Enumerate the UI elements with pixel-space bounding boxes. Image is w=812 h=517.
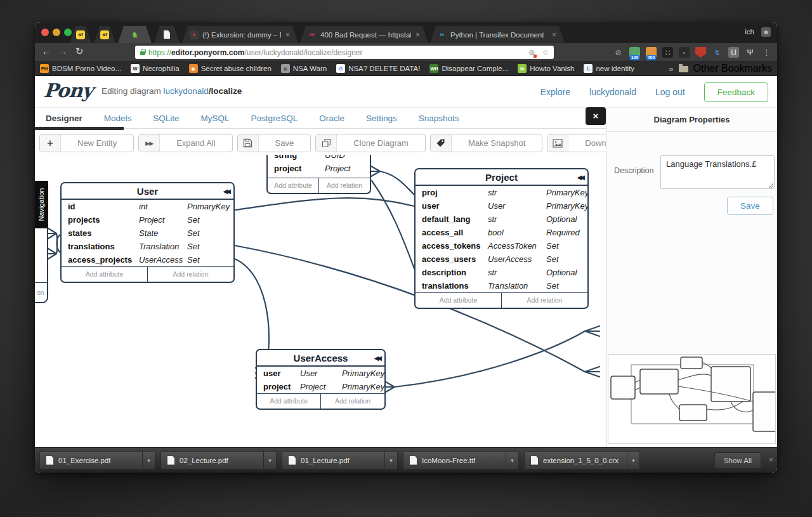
add-relation-button[interactable]: Add relation bbox=[321, 394, 384, 409]
show-all-downloads-button[interactable]: Show All bbox=[714, 452, 761, 469]
tab-snapshots[interactable]: Snapshots bbox=[408, 114, 470, 123]
description-input[interactable] bbox=[660, 155, 775, 189]
tab-postgresql[interactable]: PostgreSQL bbox=[240, 114, 309, 123]
entity-UserAccess[interactable]: UserAccess◀◀userUserPrimaryKeyprojectPro… bbox=[256, 349, 386, 410]
minimize-window-button[interactable] bbox=[53, 29, 60, 36]
back-icon[interactable]: ← bbox=[40, 46, 53, 56]
entity-attribute-row[interactable]: default_langstrOptional bbox=[416, 213, 587, 226]
tab-sqlite[interactable]: SQLite bbox=[142, 114, 190, 123]
download-as-image-button[interactable]: Download as Image bbox=[547, 134, 606, 152]
make-snapshot-button[interactable]: Make Snapshot bbox=[430, 134, 542, 152]
logout-link[interactable]: Log out bbox=[655, 87, 685, 97]
tab-designer[interactable]: Designer bbox=[35, 114, 93, 123]
pinned-tab[interactable]: af bbox=[94, 26, 115, 43]
explore-link[interactable]: Explore bbox=[540, 87, 570, 97]
bookmark-item[interactable]: WHDisappear Comple... bbox=[429, 64, 508, 73]
collapse-icon[interactable]: ◀◀ bbox=[374, 350, 380, 367]
bookmark-item[interactable]: WNecrophilia bbox=[131, 64, 180, 73]
add-attribute-button[interactable]: Add attribute bbox=[62, 267, 148, 282]
browser-tab[interactable]: ●(!) Exkursion: dummy – Detail× bbox=[182, 26, 298, 43]
ublock-shield-icon[interactable] bbox=[695, 47, 706, 58]
diagram-canvas[interactable]: Navigation on stringUUIDprojectProjectAd… bbox=[35, 131, 606, 447]
reload-icon[interactable]: ↻ bbox=[73, 46, 86, 57]
browser-menu-icon[interactable]: ⋮ bbox=[761, 47, 772, 58]
clone-diagram-button[interactable]: Clone Diagram bbox=[315, 134, 426, 152]
owner-link[interactable]: luckydonald bbox=[164, 86, 209, 96]
add-relation-button[interactable]: Add relation bbox=[148, 267, 233, 282]
download-item[interactable]: IcoMoon-Free.ttf▾ bbox=[403, 451, 519, 469]
download-item[interactable]: extension_1_5_0_0.crx▾ bbox=[524, 451, 640, 469]
entity-User[interactable]: User◀◀idintPrimaryKeyprojectsProjectSets… bbox=[60, 182, 235, 283]
address-bar[interactable]: https://editor.ponyorm.com/user/luckydon… bbox=[135, 46, 554, 59]
pinned-tab[interactable]: af bbox=[70, 26, 91, 43]
tab-close-icon[interactable]: × bbox=[285, 30, 291, 39]
bookmark-item[interactable]: PHBDSM Porno Video... bbox=[40, 64, 121, 73]
pony-logo[interactable]: Pony bbox=[43, 79, 93, 101]
minimap[interactable] bbox=[608, 354, 776, 444]
download-dropdown-icon[interactable]: ▾ bbox=[142, 452, 155, 469]
download-dropdown-icon[interactable]: ▾ bbox=[384, 452, 397, 469]
add-attribute-button[interactable]: Add attribute bbox=[268, 178, 319, 193]
tab-models[interactable]: Models bbox=[93, 114, 143, 123]
expand-all-button[interactable]: ▶▶Expand All bbox=[138, 134, 232, 152]
browser-tab[interactable]: ht400 Bad Request — httpstatu× bbox=[300, 26, 428, 43]
feedback-button[interactable]: Feedback bbox=[704, 82, 768, 102]
entity-header[interactable]: UserAccess◀◀ bbox=[257, 350, 384, 367]
entity-header[interactable]: Project◀◀ bbox=[416, 169, 587, 186]
panel-save-button[interactable]: Save bbox=[727, 197, 773, 215]
add-attribute-button[interactable]: Add attribute bbox=[416, 293, 502, 308]
bookmark-item[interactable]: ℒnew identity bbox=[584, 64, 634, 73]
save-button[interactable]: Save bbox=[237, 134, 311, 152]
close-panel-button[interactable]: × bbox=[586, 107, 606, 125]
entity-attribute-row[interactable]: access_usersUserAccessSet bbox=[416, 252, 587, 266]
tab-oracle[interactable]: Oracle bbox=[308, 114, 355, 123]
profile-icon[interactable]: ☻ bbox=[761, 27, 771, 37]
bookmark-item[interactable]: ◉NSA Warn bbox=[281, 64, 327, 73]
entity-header[interactable]: User◀◀ bbox=[62, 183, 233, 200]
entity-left-partial[interactable]: on bbox=[35, 223, 48, 303]
wappalyzer-icon[interactable]: Ψ bbox=[745, 47, 756, 58]
dark-extension-icon-2[interactable]: ▫ bbox=[679, 47, 690, 58]
collapse-icon[interactable]: ◀◀ bbox=[577, 169, 583, 186]
entity-attribute-row[interactable]: translationsTranslationSet bbox=[62, 240, 233, 253]
speed-counter-icon[interactable]: 400 bbox=[646, 47, 657, 58]
download-item[interactable]: 02_Lecture.pdf▾ bbox=[160, 451, 277, 469]
pinned-tab[interactable]: ♞ bbox=[118, 26, 152, 43]
add-relation-button[interactable]: Add relation bbox=[319, 178, 370, 193]
translate-icon[interactable]: ⊕ bbox=[528, 48, 535, 57]
forward-icon[interactable]: → bbox=[56, 46, 69, 56]
collapse-icon[interactable]: ◀◀ bbox=[223, 183, 229, 200]
entity-attribute-row[interactable]: translationsTranslationSet bbox=[416, 279, 587, 292]
download-item[interactable]: 01_Exercise.pdf▾ bbox=[39, 451, 155, 469]
entity-attribute-row[interactable]: statesStateSet bbox=[62, 226, 233, 240]
new-entity-button[interactable]: +New Entity bbox=[39, 134, 134, 152]
bookmarks-overflow-chevron[interactable]: » bbox=[669, 64, 673, 74]
download-item[interactable]: 01_Lecture.pdf▾ bbox=[282, 451, 398, 469]
entity-attribute-row[interactable]: userUserPrimaryKey bbox=[257, 367, 384, 380]
tab-close-icon[interactable]: × bbox=[415, 30, 421, 39]
browser-tab[interactable]: txPython | Transifex Document× bbox=[430, 26, 565, 43]
entity-attribute-row[interactable]: access_allboolRequired bbox=[416, 226, 587, 239]
download-dropdown-icon[interactable]: ▾ bbox=[506, 452, 518, 469]
bookmark-item[interactable]: ◉Secret abuse children bbox=[189, 64, 272, 73]
blocked-extension-icon[interactable]: ⊘ bbox=[613, 47, 624, 58]
download-dropdown-icon[interactable]: ▾ bbox=[627, 452, 639, 469]
money-counter-icon[interactable]: 100 bbox=[629, 47, 640, 58]
download-dropdown-icon[interactable]: ▾ bbox=[263, 452, 276, 469]
navigation-side-tab[interactable]: Navigation bbox=[35, 181, 48, 228]
entity-attribute-row[interactable]: userUserPrimaryKey bbox=[416, 199, 587, 213]
entity-attribute-row[interactable]: idintPrimaryKey bbox=[62, 200, 233, 213]
close-downloads-icon[interactable]: × bbox=[768, 455, 773, 464]
tab-close-icon[interactable]: × bbox=[551, 30, 557, 39]
pinned-tab[interactable] bbox=[154, 26, 180, 43]
add-attribute-button[interactable]: Add attribute bbox=[257, 394, 321, 409]
entity-attribute-row[interactable]: stringUUID bbox=[268, 154, 370, 162]
add-relation-button[interactable]: Add relation bbox=[502, 293, 587, 308]
entity-attribute-row[interactable]: access_tokensAccessTokenSet bbox=[416, 239, 587, 252]
entity-attribute-row[interactable]: projstrPrimaryKey bbox=[416, 186, 587, 199]
bolt-icon[interactable]: ↯ bbox=[712, 47, 723, 58]
bookmark-item[interactable]: GNSA? DELETE DATA! bbox=[336, 64, 420, 73]
u-extension-icon[interactable]: U bbox=[728, 47, 739, 58]
entity-attribute-row[interactable]: projectProjectPrimaryKey bbox=[257, 380, 384, 393]
entity-attribute-row[interactable]: projectsProjectSet bbox=[62, 213, 233, 226]
